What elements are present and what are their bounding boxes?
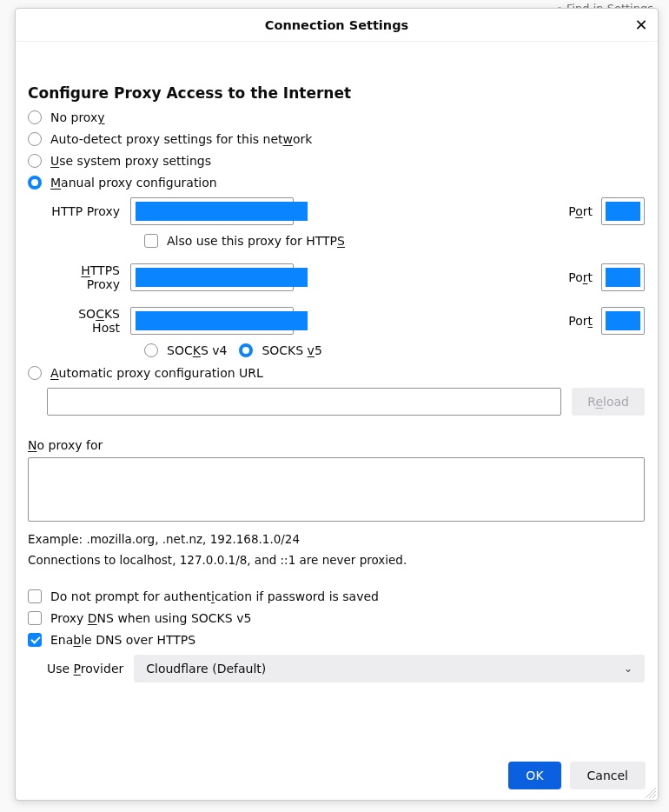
redacted-value [136,268,308,287]
ok-button[interactable]: OK [508,762,560,789]
socks-port-label: Port [568,314,593,328]
section-heading: Configure Proxy Access to the Internet [28,84,645,102]
dialog-header: Connection Settings ✕ [16,9,658,42]
radio-manual-proxy[interactable] [28,176,42,190]
radio-auto-detect-label[interactable]: Auto-detect proxy settings for this netw… [50,132,312,146]
pac-url-input[interactable] [47,388,561,416]
checkbox-also-https[interactable] [144,234,158,248]
connection-settings-dialog: Connection Settings ✕ Configure Proxy Ac… [15,8,659,801]
radio-auto-config-url[interactable] [28,366,42,380]
redacted-value [136,202,308,221]
radio-socks-v5[interactable] [239,343,253,357]
radio-no-proxy-label[interactable]: No proxy [50,110,105,124]
http-proxy-label: HTTP Proxy [47,204,123,218]
redacted-value [136,311,308,330]
radio-auto-detect[interactable] [28,132,42,146]
https-proxy-label: HTTPS Proxy [47,263,123,291]
example-hint: Example: .mozilla.org, .net.nz, 192.168.… [28,532,645,546]
checkbox-proxy-dns-socks5[interactable] [28,611,42,625]
close-icon: ✕ [634,17,647,33]
radio-socks-v5-label[interactable]: SOCKS v5 [262,343,321,357]
radio-socks-v4-label[interactable]: SOCKS v4 [167,343,227,357]
https-port-label: Port [568,270,593,284]
checkbox-no-auth-prompt-label[interactable]: Do not prompt for authentication if pass… [50,589,379,603]
no-proxy-for-textarea[interactable] [28,457,645,522]
dialog-title: Connection Settings [265,18,408,32]
checkbox-proxy-dns-socks5-label[interactable]: Proxy DNS when using SOCKS v5 [50,611,251,625]
provider-select[interactable]: Cloudflare (Default) ⌄ [134,655,645,682]
radio-auto-config-url-label[interactable]: Automatic proxy configuration URL [50,366,263,380]
no-proxy-for-label: No proxy for [28,438,645,452]
provider-value: Cloudflare (Default) [146,662,266,676]
checkbox-enable-doh[interactable] [28,633,42,647]
radio-no-proxy[interactable] [28,110,42,124]
redacted-value [606,202,640,221]
radio-socks-v4[interactable] [144,343,158,357]
http-port-label: Port [568,204,593,218]
checkbox-also-https-label[interactable]: Also use this proxy for HTTPS [167,234,345,248]
radio-system-proxy[interactable] [28,154,42,168]
redacted-value [606,268,640,287]
close-button[interactable]: ✕ [632,16,651,35]
checkbox-enable-doh-label[interactable]: Enable DNS over HTTPS [50,633,195,647]
chevron-down-icon: ⌄ [624,662,633,675]
redacted-value [606,311,640,330]
radio-system-proxy-label[interactable]: Use system proxy settings [50,154,211,168]
radio-manual-proxy-label[interactable]: Manual proxy configuration [50,176,217,190]
provider-label: Use Provider [47,662,123,676]
resize-grip-icon[interactable] [646,788,656,798]
reload-button: Reload [572,388,645,416]
socks-host-label: SOCKS Host [47,307,123,335]
localhost-hint: Connections to localhost, 127.0.0.1/8, a… [28,553,645,567]
cancel-button[interactable]: Cancel [570,762,646,789]
checkbox-no-auth-prompt[interactable] [28,589,42,603]
